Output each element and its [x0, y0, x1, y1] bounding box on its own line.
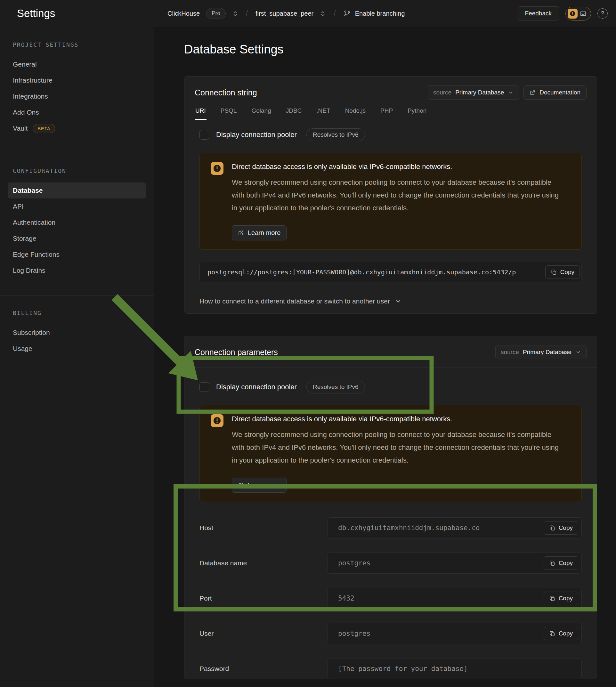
breadcrumb-separator: / — [245, 9, 249, 18]
sidebar-item-usage[interactable]: Usage — [8, 340, 146, 357]
copy-label: Copy — [559, 595, 573, 602]
tab-uri[interactable]: URI — [195, 107, 206, 120]
project-selector-icon[interactable] — [320, 10, 326, 17]
connection-string-tabs: URI PSQL Golang JDBC .NET Node.js PHP Py… — [184, 107, 597, 120]
section-heading-configuration: CONFIGURATION — [8, 168, 146, 174]
resolves-to-ipv6-badge: Resolves to IPv6 — [306, 128, 365, 141]
display-connection-pooler-checkbox[interactable] — [199, 130, 209, 139]
learn-more-label: Learn more — [248, 482, 281, 489]
tab-dotnet[interactable]: .NET — [316, 107, 331, 120]
sidebar-item-label: Authentication — [13, 219, 56, 226]
source-select[interactable]: source Primary Database — [495, 345, 587, 359]
sidebar-item-database[interactable]: Database — [8, 182, 146, 198]
copy-user-button[interactable]: Copy — [544, 627, 578, 640]
sidebar-item-authentication[interactable]: Authentication — [8, 215, 146, 230]
port-value[interactable]: 5432 — [338, 595, 544, 602]
sidebar-item-storage[interactable]: Storage — [8, 230, 146, 246]
copy-icon — [551, 269, 557, 275]
sidebar-item-api[interactable]: API — [8, 198, 146, 215]
tab-php[interactable]: PHP — [380, 107, 394, 120]
learn-more-button[interactable]: Learn more — [232, 225, 287, 240]
warning-icon — [211, 162, 223, 175]
org-selector-icon[interactable] — [232, 10, 238, 17]
connection-parameters-card: Connection parameters source Primary Dat… — [184, 336, 597, 679]
card-title: Connection string — [195, 88, 257, 97]
user-value[interactable]: postgres — [338, 630, 544, 637]
copy-port-button[interactable]: Copy — [544, 592, 578, 605]
warning-icon — [211, 414, 223, 427]
connection-uri-value[interactable]: postgresql://postgres:[YOUR-PASSWORD]@db… — [200, 268, 544, 276]
tab-python[interactable]: Python — [407, 107, 427, 120]
sidebar-item-label: Add Ons — [13, 109, 39, 116]
sidebar-item-label: Log Drains — [13, 267, 45, 274]
ipv6-warning-callout: Direct database access is only available… — [199, 153, 582, 250]
tab-golang[interactable]: Golang — [251, 107, 271, 120]
warning-body: We strongly recommend using connection p… — [232, 428, 565, 467]
sidebar-item-log-drains[interactable]: Log Drains — [8, 263, 146, 279]
password-row: Password [The password for your database… — [199, 658, 582, 679]
sidebar-item-general[interactable]: General — [8, 56, 146, 72]
sidebar-item-vault[interactable]: Vault BETA — [8, 120, 146, 136]
external-link-icon — [238, 482, 244, 488]
sidebar-divider — [0, 153, 154, 153]
connect-help-collapsible[interactable]: How to connect to a different database o… — [184, 289, 597, 313]
warning-badge-icon — [568, 9, 577, 19]
notifications-button[interactable] — [566, 7, 591, 21]
source-select[interactable]: source Primary Database — [428, 86, 519, 99]
top-bar: Settings ClickHouse Pro / first_supabase… — [0, 0, 616, 27]
source-label: source — [501, 349, 519, 356]
sidebar-item-infrastructure[interactable]: Infrastructure — [8, 72, 146, 88]
sidebar-item-integrations[interactable]: Integrations — [8, 88, 146, 104]
card-header-actions: source Primary Database Documentation — [428, 86, 587, 99]
section-heading-billing: BILLING — [8, 310, 146, 316]
git-branch-icon — [344, 10, 351, 17]
copy-host-button[interactable]: Copy — [544, 521, 578, 535]
breadcrumb-project[interactable]: first_supabase_peer — [256, 10, 313, 17]
breadcrumb-org[interactable]: ClickHouse — [168, 10, 200, 17]
section-heading-project-settings: PROJECT SETTINGS — [8, 41, 146, 48]
pooler-label: Display connection pooler — [216, 131, 297, 139]
breadcrumb: ClickHouse Pro / first_supabase_peer / E… — [168, 8, 405, 19]
sidebar-item-add-ons[interactable]: Add Ons — [8, 104, 146, 120]
help-button[interactable]: ? — [597, 8, 608, 19]
page-title: Settings — [17, 7, 55, 20]
password-field[interactable]: [The password for your database] — [328, 658, 582, 679]
external-link-icon — [530, 90, 536, 96]
learn-more-button[interactable]: Learn more — [232, 478, 287, 493]
copy-label: Copy — [560, 269, 574, 275]
pooler-row: Display connection pooler Resolves to IP… — [199, 128, 582, 141]
tab-nodejs[interactable]: Node.js — [345, 107, 366, 120]
sidebar-item-edge-functions[interactable]: Edge Functions — [8, 246, 146, 263]
pooler-label: Display connection pooler — [216, 383, 297, 391]
documentation-button[interactable]: Documentation — [524, 86, 587, 99]
host-label: Host — [199, 524, 328, 532]
host-value[interactable]: db.cxhygiuitamxhniiddjm.supabase.co — [338, 524, 544, 532]
copy-uri-button[interactable]: Copy — [545, 265, 580, 279]
feedback-button[interactable]: Feedback — [518, 6, 559, 21]
password-placeholder: [The password for your database] — [338, 665, 578, 672]
copy-label: Copy — [559, 524, 573, 531]
connection-parameters-header: Connection parameters source Primary Dat… — [184, 336, 597, 368]
sidebar-item-label: Integrations — [13, 92, 48, 100]
learn-more-label: Learn more — [248, 229, 281, 237]
tab-jdbc[interactable]: JDBC — [285, 107, 303, 120]
sidebar-item-subscription[interactable]: Subscription — [8, 325, 146, 340]
sidebar-item-label: Database — [13, 186, 43, 194]
inbox-icon — [579, 10, 587, 17]
copy-icon — [549, 630, 555, 637]
database-name-value[interactable]: postgres — [338, 559, 544, 567]
warning-content: Direct database access is only available… — [232, 162, 565, 240]
enable-branching-button[interactable]: Enable branching — [344, 10, 405, 17]
connection-string-header: Connection string source Primary Databas… — [184, 76, 597, 99]
source-value: Primary Database — [455, 89, 504, 96]
copy-database-name-button[interactable]: Copy — [544, 556, 578, 570]
display-connection-pooler-checkbox[interactable] — [199, 382, 209, 392]
warning-body: We strongly recommend using connection p… — [232, 176, 565, 215]
pooler-row: Display connection pooler Resolves to IP… — [199, 381, 582, 394]
tab-psql[interactable]: PSQL — [220, 107, 238, 120]
documentation-label: Documentation — [540, 89, 580, 96]
top-bar-main: ClickHouse Pro / first_supabase_peer / E… — [154, 0, 616, 27]
sidebar-item-label: API — [13, 203, 24, 210]
database-name-row: Database name postgres Copy — [199, 553, 582, 574]
port-field: 5432 Copy — [328, 588, 582, 609]
